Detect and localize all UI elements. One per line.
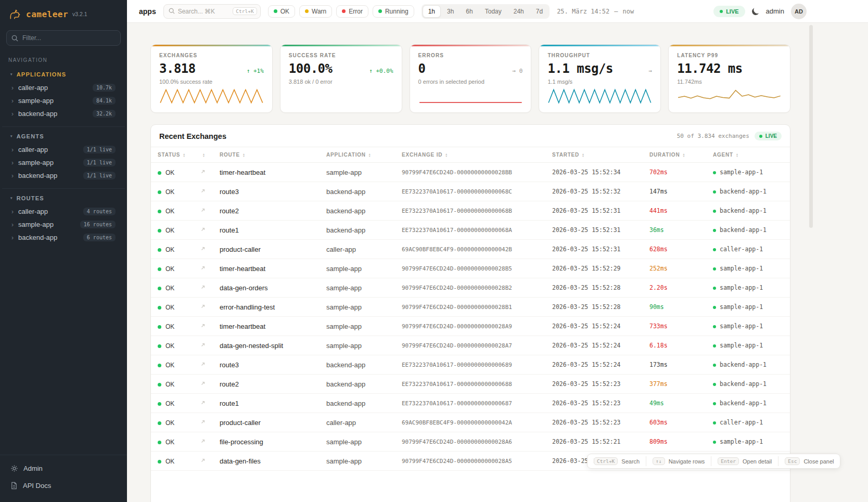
started-cell: 2026-03-25 15:52:24 xyxy=(552,317,649,336)
status-cell: OK xyxy=(151,336,200,355)
table-row[interactable]: OKroute2backend-appEE7322370A10617-00000… xyxy=(151,375,790,394)
status-dot xyxy=(158,383,161,387)
column-header-exchange-id[interactable]: EXCHANGE ID▲▼ xyxy=(402,147,552,163)
open-exchange-icon[interactable] xyxy=(200,188,206,194)
sidebar-item-caller-app[interactable]: ›caller-app10.7k xyxy=(7,81,120,94)
filter-chip-error[interactable]: Error xyxy=(336,5,368,18)
table-row[interactable]: OKroute2backend-appEE7322370A10617-00000… xyxy=(151,201,790,221)
hint-navigate-rows: ↑↓Navigate rows xyxy=(646,456,705,466)
sidebar-item-backend-app[interactable]: ›backend-app6 routes xyxy=(7,231,120,244)
section-header[interactable]: ▾ROUTES xyxy=(7,195,120,205)
open-exchange-icon[interactable] xyxy=(200,246,206,252)
table-row[interactable]: OKerror-handling-testsample-app90799F47E… xyxy=(151,298,790,317)
section-title: AGENTS xyxy=(17,133,44,139)
open-exchange-icon[interactable] xyxy=(200,361,206,367)
column-header-status[interactable]: STATUS▲▼ xyxy=(151,147,200,163)
chevron-right-icon: › xyxy=(11,160,14,166)
live-toggle[interactable]: LIVE xyxy=(713,6,745,17)
range-button-1h[interactable]: 1h xyxy=(423,5,441,18)
search-box[interactable]: Search... ⌘K Ctrl+K xyxy=(163,4,261,19)
column-header-started[interactable]: STARTED▲▼ xyxy=(552,147,649,163)
sidebar-item-backend-app[interactable]: ›backend-app1/1 live xyxy=(7,169,120,182)
open-exchange-icon[interactable] xyxy=(200,284,206,290)
chevron-right-icon: › xyxy=(11,98,14,104)
range-button-6h[interactable]: 6h xyxy=(460,5,478,18)
sidebar-item-admin[interactable]: Admin xyxy=(6,460,121,477)
column-header-duration[interactable]: DURATION▲▼ xyxy=(649,147,713,163)
sidebar-item-caller-app[interactable]: ›caller-app4 routes xyxy=(7,205,120,218)
column-header-agent[interactable]: AGENT▲▼ xyxy=(713,147,790,163)
open-exchange-icon[interactable] xyxy=(200,303,206,310)
section-header[interactable]: ▾AGENTS xyxy=(7,133,120,143)
exchange-id-cell: EE7322370A10617-000000000000068B xyxy=(402,201,552,221)
open-exchange-icon[interactable] xyxy=(200,342,206,348)
keyboard-hints: Ctrl+KSearch↑↓Navigate rowsEnterOpen det… xyxy=(587,454,840,469)
open-exchange-icon[interactable] xyxy=(200,380,206,387)
stat-subtext: 11.742ms xyxy=(677,79,782,85)
table-row[interactable]: OKtimer-heartbeatsample-app90799F47E6CD2… xyxy=(151,317,790,336)
sidebar-item-sample-app[interactable]: ›sample-app84.1k xyxy=(7,94,120,107)
table-row[interactable]: OKdata-gen-orderssample-app90799F47E6CD2… xyxy=(151,278,790,298)
table-row[interactable]: OKdata-gen-nested-splitsample-app90799F4… xyxy=(151,336,790,355)
chip-label: OK xyxy=(280,8,289,15)
route-cell: route3 xyxy=(220,182,326,201)
sidebar-item-backend-app[interactable]: ›backend-app32.2k xyxy=(7,107,120,120)
open-exchange-icon[interactable] xyxy=(200,419,206,425)
table-row[interactable]: OKtimer-heartbeatsample-app90799F47E6CD2… xyxy=(151,259,790,278)
table-row[interactable]: OKroute1backend-appEE7322370A10617-00000… xyxy=(151,221,790,240)
open-exchange-icon[interactable] xyxy=(200,226,206,233)
open-exchange-icon[interactable] xyxy=(200,323,206,329)
table-row[interactable]: OKroute3backend-appEE7322370A10617-00000… xyxy=(151,355,790,375)
open-exchange-icon[interactable] xyxy=(200,169,206,175)
exchange-id-cell: 90799F47E6CD24D-00000000000028B2 xyxy=(402,278,552,298)
avatar[interactable]: AD xyxy=(791,4,807,19)
filter-chip-running[interactable]: Running xyxy=(373,5,414,18)
range-button-today[interactable]: Today xyxy=(479,5,507,18)
agent-status-dot xyxy=(713,441,716,444)
chip-label: Running xyxy=(385,8,409,15)
sort-icon: ▲▼ xyxy=(582,153,585,158)
application-cell: sample-app xyxy=(326,163,402,182)
agent-label: backend-app-1 xyxy=(720,380,767,388)
filter-chip-warn[interactable]: Warn xyxy=(299,5,332,18)
sparkline xyxy=(159,87,264,106)
open-exchange-icon[interactable] xyxy=(200,265,206,271)
item-label: sample-app xyxy=(18,221,54,228)
table-row[interactable]: OKproduct-callercaller-app69AC90BF8EBC4F… xyxy=(151,240,790,259)
hint-label: Navigate rows xyxy=(669,458,705,465)
table-row[interactable]: OKproduct-callercaller-app69AC90BF8EBC4F… xyxy=(151,413,790,432)
open-exchange-icon[interactable] xyxy=(200,457,206,464)
sidebar-item-sample-app[interactable]: ›sample-app16 routes xyxy=(7,218,120,231)
agent-label: backend-app-1 xyxy=(720,400,767,407)
column-header-application[interactable]: APPLICATION▲▼ xyxy=(326,147,402,163)
table-row[interactable]: OKroute1backend-appEE7322370A10617-00000… xyxy=(151,394,790,413)
scrollbar[interactable] xyxy=(809,25,813,228)
filter-input[interactable] xyxy=(6,30,121,46)
agent-label: backend-app-1 xyxy=(720,188,767,195)
section-title: APPLICATIONS xyxy=(17,71,66,78)
started-cell: 2026-03-25 15:52:34 xyxy=(552,163,649,182)
open-exchange-icon[interactable] xyxy=(200,400,206,406)
duration-cell: 90ms xyxy=(649,298,713,317)
agent-label: sample-app-1 xyxy=(720,323,763,330)
dark-mode-toggle-moon-icon[interactable] xyxy=(751,7,760,16)
open-exchange-icon[interactable] xyxy=(200,438,206,444)
table-row[interactable]: OKroute3backend-appEE7322370A10617-00000… xyxy=(151,182,790,201)
section-header[interactable]: ▾APPLICATIONS xyxy=(7,71,120,81)
sidebar-item-caller-app[interactable]: ›caller-app1/1 live xyxy=(7,143,120,156)
range-button-7d[interactable]: 7d xyxy=(530,5,548,18)
column-header-route[interactable]: ROUTE▲▼ xyxy=(220,147,326,163)
column-header-open[interactable]: ▲▼ xyxy=(200,147,220,163)
table-row[interactable]: OKfile-processingsample-app90799F47E6CD2… xyxy=(151,432,790,452)
range-button-3h[interactable]: 3h xyxy=(441,5,459,18)
table-row[interactable]: OKtimer-heartbeatsample-app90799F47E6CD2… xyxy=(151,163,790,182)
sidebar-item-sample-app[interactable]: ›sample-app1/1 live xyxy=(7,156,120,169)
sidebar-item-api-docs[interactable]: API Docs xyxy=(6,478,121,494)
application-cell: backend-app xyxy=(326,375,402,394)
chevron-down-icon: ▾ xyxy=(10,72,13,76)
status-label: OK xyxy=(165,246,174,253)
filter-chip-ok[interactable]: OK xyxy=(268,5,295,18)
open-exchange-icon[interactable] xyxy=(200,207,206,213)
range-button-24h[interactable]: 24h xyxy=(508,5,530,18)
duration-cell: 6.18s xyxy=(649,336,713,355)
